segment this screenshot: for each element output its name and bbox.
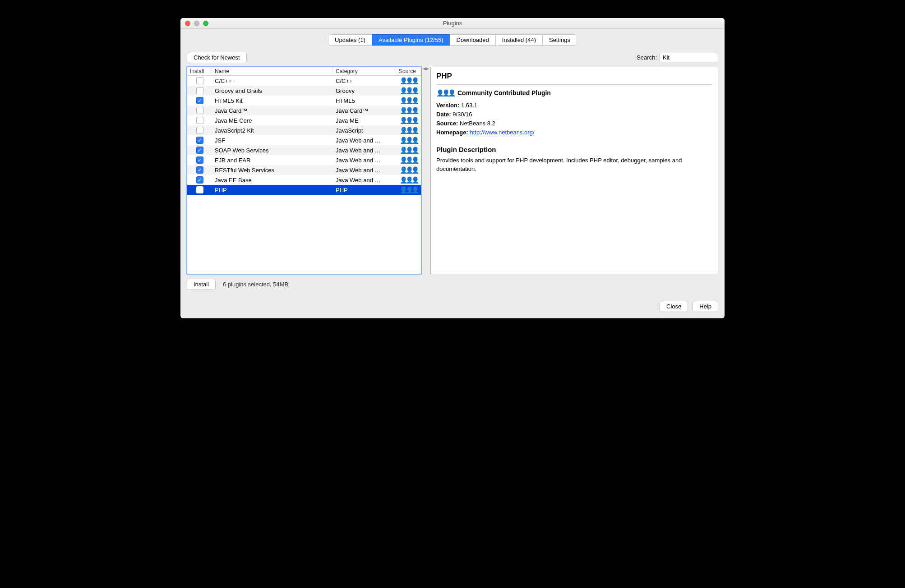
plugin-name: Java Card™ bbox=[212, 107, 333, 114]
desc-heading: Plugin Description bbox=[436, 146, 712, 153]
table-row[interactable]: Groovy and GrailsGroovy👤👤👤 bbox=[187, 86, 421, 96]
plugin-category: JavaScript bbox=[333, 127, 396, 134]
source-label: Source: bbox=[436, 120, 458, 127]
plugin-name: Groovy and Grails bbox=[212, 87, 333, 94]
window-title: Plugins bbox=[180, 20, 725, 27]
plugin-category: HTML5 bbox=[333, 97, 396, 104]
install-checkbox[interactable] bbox=[196, 87, 203, 94]
tab-available-plugins-12-55[interactable]: Available Plugins (12/55) bbox=[372, 34, 450, 46]
titlebar: Plugins bbox=[180, 18, 725, 29]
table-row[interactable]: PHPPHP👤👤👤 bbox=[187, 185, 421, 195]
table-row[interactable]: RESTful Web ServicesJava Web and …👤👤👤 bbox=[187, 165, 421, 175]
table-row[interactable]: Java Card™Java Card™👤👤👤 bbox=[187, 106, 421, 115]
plugin-source: 👤👤👤 bbox=[396, 167, 421, 173]
table-row[interactable]: JavaScript2 KitJavaScript👤👤👤 bbox=[187, 125, 421, 135]
close-button[interactable]: Close bbox=[660, 301, 688, 312]
plugin-source: 👤👤👤 bbox=[396, 157, 421, 163]
col-header-category[interactable]: Category bbox=[333, 67, 396, 75]
plugin-source: 👤👤👤 bbox=[396, 97, 421, 104]
table-row[interactable]: Java EE BaseJava Web and …👤👤👤 bbox=[187, 175, 421, 185]
plugin-source: 👤👤👤 bbox=[396, 78, 421, 84]
plugin-source: 👤👤👤 bbox=[396, 137, 421, 143]
plugin-category: Java Web and … bbox=[333, 157, 396, 164]
plugin-category: Java Web and … bbox=[333, 167, 396, 174]
col-header-source[interactable]: Source bbox=[396, 67, 421, 75]
tab-installed-44[interactable]: Installed (44) bbox=[495, 34, 542, 46]
install-checkbox[interactable] bbox=[196, 156, 203, 164]
source-value: NetBeans 8.2 bbox=[460, 120, 495, 127]
splitter-icon: ◀▶ bbox=[423, 67, 429, 71]
detail-title: PHP bbox=[436, 72, 712, 81]
date-value: 9/30/16 bbox=[452, 111, 472, 118]
community-icon: 👤👤👤 bbox=[400, 177, 417, 183]
community-icon: 👤👤👤 bbox=[400, 107, 417, 114]
plugin-category: Java Web and … bbox=[333, 147, 396, 154]
plugin-category: Java ME bbox=[333, 117, 396, 124]
tab-settings[interactable]: Settings bbox=[542, 34, 577, 46]
community-icon: 👤👤👤 bbox=[400, 87, 417, 94]
table-row[interactable]: Java ME CoreJava ME👤👤👤 bbox=[187, 115, 421, 125]
plugin-category: PHP bbox=[333, 187, 396, 193]
plugin-category: Java Web and … bbox=[333, 137, 396, 144]
plugin-name: SOAP Web Services bbox=[212, 147, 333, 154]
plugin-name: RESTful Web Services bbox=[212, 167, 333, 174]
plugin-category: Java Card™ bbox=[333, 107, 396, 114]
community-icon: 👤👤👤 bbox=[400, 147, 417, 153]
plugin-source: 👤👤👤 bbox=[396, 147, 421, 153]
install-checkbox[interactable] bbox=[196, 117, 203, 124]
table-row[interactable]: EJB and EARJava Web and …👤👤👤 bbox=[187, 155, 421, 165]
split-handle[interactable]: ◀▶ bbox=[424, 67, 428, 274]
date-label: Date: bbox=[436, 111, 451, 118]
tab-bar: Updates (1)Available Plugins (12/55)Down… bbox=[187, 34, 718, 46]
plugin-category: C/C++ bbox=[333, 78, 396, 84]
plugin-source: 👤👤👤 bbox=[396, 127, 421, 133]
homepage-link[interactable]: http://www.netbeans.org/ bbox=[470, 129, 534, 136]
tab-downloaded[interactable]: Downloaded bbox=[450, 34, 495, 46]
plugin-table: Install Name Category Source C/C++C/C++👤… bbox=[187, 67, 421, 274]
tab-updates-1[interactable]: Updates (1) bbox=[328, 34, 372, 46]
plugin-source: 👤👤👤 bbox=[396, 107, 421, 114]
table-row[interactable]: C/C++C/C++👤👤👤 bbox=[187, 76, 421, 86]
plugin-source: 👤👤👤 bbox=[396, 177, 421, 183]
community-icon: 👤👤👤 bbox=[400, 97, 417, 104]
install-checkbox[interactable] bbox=[196, 147, 203, 154]
search-input[interactable] bbox=[660, 53, 718, 62]
community-label: Community Contributed Plugin bbox=[457, 89, 551, 96]
install-checkbox[interactable] bbox=[196, 97, 203, 104]
community-icon: 👤👤👤 bbox=[400, 187, 417, 193]
community-icon: 👤👤👤 bbox=[400, 78, 417, 84]
install-checkbox[interactable] bbox=[196, 77, 203, 84]
install-button[interactable]: Install bbox=[187, 279, 216, 290]
plugin-name: C/C++ bbox=[212, 78, 333, 84]
plugin-category: Java Web and … bbox=[333, 177, 396, 184]
plugin-source: 👤👤👤 bbox=[396, 117, 421, 124]
install-checkbox[interactable] bbox=[196, 127, 203, 134]
plugin-name: JavaScript2 Kit bbox=[212, 127, 333, 134]
community-icon: 👤👤👤 bbox=[400, 157, 417, 163]
community-icon: 👤👤👤 bbox=[400, 137, 417, 143]
homepage-label: Homepage: bbox=[436, 129, 468, 136]
plugin-name: Java ME Core bbox=[212, 117, 333, 124]
col-header-name[interactable]: Name bbox=[212, 67, 333, 75]
table-row[interactable]: JSFJava Web and …👤👤👤 bbox=[187, 135, 421, 145]
table-row[interactable]: SOAP Web ServicesJava Web and …👤👤👤 bbox=[187, 145, 421, 155]
install-checkbox[interactable] bbox=[196, 107, 203, 114]
install-checkbox[interactable] bbox=[196, 137, 203, 144]
plugin-source: 👤👤👤 bbox=[396, 187, 421, 193]
detail-pane: PHP 👤👤👤 Community Contributed Plugin Ver… bbox=[430, 67, 718, 274]
install-checkbox[interactable] bbox=[196, 166, 203, 174]
desc-text: Provides tools and support for PHP devel… bbox=[436, 156, 712, 174]
community-icon: 👤👤👤 bbox=[400, 117, 417, 124]
check-newest-button[interactable]: Check for Newest bbox=[187, 52, 247, 63]
community-icon: 👤👤👤 bbox=[436, 90, 454, 96]
install-checkbox[interactable] bbox=[196, 176, 203, 184]
plugin-name: HTML5 Kit bbox=[212, 97, 333, 104]
plugin-category: Groovy bbox=[333, 87, 396, 94]
col-header-install[interactable]: Install bbox=[187, 67, 212, 75]
install-checkbox[interactable] bbox=[196, 186, 203, 193]
plugins-window: Plugins Updates (1)Available Plugins (12… bbox=[180, 18, 725, 318]
plugin-name: EJB and EAR bbox=[212, 157, 333, 164]
help-button[interactable]: Help bbox=[693, 301, 718, 312]
selection-status: 6 plugins selected, 54MB bbox=[223, 281, 288, 288]
table-row[interactable]: HTML5 KitHTML5👤👤👤 bbox=[187, 96, 421, 106]
